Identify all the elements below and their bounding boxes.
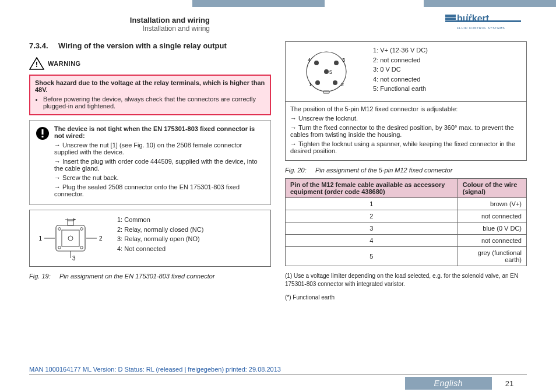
notice-exclamation-icon xyxy=(36,126,50,140)
svg-text:4: 4 xyxy=(308,57,311,63)
svg-rect-11 xyxy=(62,230,79,246)
brand-name-text: burkert xyxy=(457,13,490,23)
table-row: 3blue (0 V DC) xyxy=(286,223,527,235)
notice-step: Screw the nut back. xyxy=(54,174,265,181)
left-column: 7.3.4. Wiring of the version with a sing… xyxy=(29,41,271,302)
table-row: 5grey (functional earth) xyxy=(286,247,527,266)
page-footer: MAN 1000164177 ML Version: D Status: RL … xyxy=(0,366,556,390)
fig20-step: Tighten the locknut using a spanner, whi… xyxy=(290,140,522,154)
breadcrumb-l1: Installation and wiring xyxy=(47,16,210,24)
warning-header: ! WARNING xyxy=(29,57,271,70)
svg-rect-8 xyxy=(42,129,44,135)
svg-point-4 xyxy=(470,14,472,16)
svg-rect-10 xyxy=(56,225,85,251)
svg-text:1: 1 xyxy=(309,82,312,87)
fig19-caption-num: Fig. 19: xyxy=(29,273,51,280)
svg-point-13 xyxy=(80,228,83,231)
svg-point-12 xyxy=(58,228,61,231)
svg-point-30 xyxy=(333,80,337,85)
svg-rect-9 xyxy=(42,136,44,137)
fig20-caption-num: Fig. 20: xyxy=(285,167,307,174)
svg-text:2: 2 xyxy=(99,235,103,242)
breadcrumb: Installation and wiring Installation and… xyxy=(47,16,210,33)
brand-logo: burkert FLUID CONTROL SYSTEMS xyxy=(445,13,521,34)
table-row: 1brown (V+) xyxy=(286,198,527,210)
fig20-step: Turn the fixed connector to the desired … xyxy=(290,124,522,138)
fig19-box: 1 2 3 1: Common 2: Relay, normally close… xyxy=(29,210,271,267)
notice-step: Plug the sealed 2508 connector onto the … xyxy=(54,183,265,197)
svg-rect-17 xyxy=(68,221,73,225)
section-number: 7.3.4. xyxy=(29,41,58,50)
svg-point-16 xyxy=(68,236,73,241)
svg-point-3 xyxy=(467,14,469,16)
svg-text:!: ! xyxy=(36,60,38,69)
table-row: 4not connected xyxy=(286,235,527,247)
language-badge: English xyxy=(405,377,492,390)
page-header: Installation and wiring Installation and… xyxy=(0,10,556,34)
warning-bullet: Before powering the device, always check… xyxy=(43,96,265,110)
svg-point-14 xyxy=(58,246,61,249)
svg-text:2: 2 xyxy=(341,82,344,87)
notice-box: The device is not tight when the EN 1753… xyxy=(29,120,271,205)
wire-table-head-pin: Pin of the M12 female cable available as… xyxy=(286,179,458,198)
svg-point-33 xyxy=(324,69,329,74)
top-accent-bars xyxy=(0,0,556,10)
fig20-pin2: 2: not connected xyxy=(373,55,520,65)
svg-text:1: 1 xyxy=(38,235,42,242)
section-title: Wiring of the version with a single rela… xyxy=(58,41,227,50)
svg-point-15 xyxy=(80,246,83,249)
svg-rect-2 xyxy=(445,15,456,17)
wire-table-head-colour: Colour of the wire (signal) xyxy=(458,179,526,198)
fig20-pin1: 1: V+ (12-36 V DC) xyxy=(373,45,520,55)
svg-text:3: 3 xyxy=(72,255,76,262)
fig20-desc-lead: The position of the 5-pin M12 fixed conn… xyxy=(290,105,522,112)
svg-marker-27 xyxy=(73,218,76,221)
svg-text:5: 5 xyxy=(329,69,332,75)
svg-point-29 xyxy=(315,80,320,85)
page-number: 21 xyxy=(492,379,527,388)
fig20-box: 1 2 3 4 5 1: V+ (12-36 V DC) 2: not conn… xyxy=(285,41,527,161)
notice-step: Unscrew the nut [1] (see Fig. 10) on the… xyxy=(54,142,265,156)
fig20-pin5: 5: Functional earth xyxy=(373,84,520,94)
warning-lead: Shock hazard due to the voltage at the r… xyxy=(35,79,265,93)
notice-steps: Unscrew the nut [1] (see Fig. 10) on the… xyxy=(54,142,265,197)
fig19-caption-text: Pin assignment on the EN 175301-803 fixe… xyxy=(59,273,215,280)
svg-point-32 xyxy=(314,61,319,65)
fig20-steps: Unscrew the locknut. Turn the fixed conn… xyxy=(290,115,522,154)
warning-triangle-icon: ! xyxy=(29,57,44,70)
fig19-pin1: 1: Common xyxy=(117,215,265,225)
svg-rect-1 xyxy=(445,17,456,20)
brand-tagline-text: FLUID CONTROL SYSTEMS xyxy=(457,26,505,30)
fig19-pin4: 4: Not connected xyxy=(117,244,265,254)
warning-label: WARNING xyxy=(48,60,81,67)
fig20-pin3: 3: 0 V DC xyxy=(373,65,520,75)
fig19-pin3: 3: Relay, normally open (NO) xyxy=(117,234,265,244)
notice-lead: The device is not tight when the EN 1753… xyxy=(54,125,265,139)
svg-point-31 xyxy=(334,61,339,65)
footnote-2: (*) Functional earth xyxy=(285,294,527,302)
fig19-caption: Fig. 19: Pin assignment on the EN 175301… xyxy=(29,271,271,280)
fig20-diagram: 1 2 3 4 5 xyxy=(286,42,367,101)
fig20-pin4: 4: not connected xyxy=(373,75,520,84)
svg-text:3: 3 xyxy=(342,57,345,63)
doc-meta: MAN 1000164177 ML Version: D Status: RL … xyxy=(29,366,527,373)
breadcrumb-l2: Installation and wiring xyxy=(47,24,210,33)
right-column: 1 2 3 4 5 1: V+ (12-36 V DC) 2: not conn… xyxy=(285,41,527,302)
fig20-caption: Fig. 20: Pin assignment of the 5-pin M12… xyxy=(285,165,527,174)
fig19-diagram: 1 2 3 xyxy=(30,210,111,266)
fig20-caption-text: Pin assignment of the 5-pin M12 fixed co… xyxy=(315,167,452,174)
table-row: 2not connected xyxy=(286,210,527,223)
notice-step: Insert the plug with order code 444509, … xyxy=(54,158,265,172)
warning-box: Shock hazard due to the voltage at the r… xyxy=(29,75,271,115)
footnote-1: (1) Use a voltage limiter depending on t… xyxy=(285,272,527,288)
wire-colour-table: Pin of the M12 female cable available as… xyxy=(285,178,527,266)
fig19-pin2: 2: Relay, normally closed (NC) xyxy=(117,225,265,235)
section-heading: 7.3.4. Wiring of the version with a sing… xyxy=(29,41,271,50)
fig20-step: Unscrew the locknut. xyxy=(290,115,522,122)
